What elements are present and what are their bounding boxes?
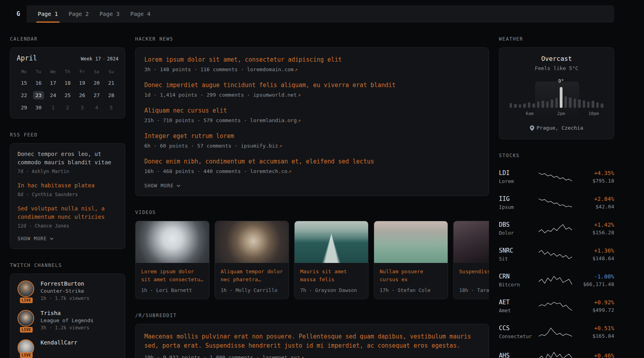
location-pin-icon <box>530 125 534 131</box>
app-logo[interactable]: G <box>10 5 27 23</box>
weather-location: Prague, Czechia <box>506 125 607 131</box>
stock-values: +0.92% $499.72 <box>577 299 614 313</box>
reddit-post-stats: 19h · 9,932 points · 1,090 comments · <box>144 354 262 358</box>
stock-price: $499.72 <box>577 307 614 313</box>
hacker-news-card: Lorem ipsum dolor sit amet, consectetur … <box>135 47 489 196</box>
stock-values: +0.46% <box>577 352 614 358</box>
stock-name: Amet <box>499 307 534 313</box>
subreddit-widget: /R/SUBREDDIT Maecenas mollis pulvinar er… <box>135 313 489 358</box>
stock-row[interactable]: DBS Dolor +1.42% $156.28 <box>499 216 614 241</box>
calendar-day: 17 <box>46 78 60 88</box>
hn-item-title-link[interactable]: Lorem ipsum dolor sit amet, consectetur … <box>144 56 480 64</box>
stock-row[interactable]: IIG Ipsum +2.84% $42.04 <box>499 190 614 216</box>
hn-item: Donec imperdiet augue tincidunt felis al… <box>144 81 480 98</box>
calendar-day: 21 <box>104 78 118 88</box>
video-thumbnail[interactable] <box>454 221 489 263</box>
hn-item-domain-link[interactable]: loremtech.co↗ <box>250 168 291 174</box>
stock-row[interactable]: CCS Consectetur +0.51% $165.84 <box>499 319 614 345</box>
reddit-post-title-link[interactable]: Maecenas mollis pulvinar erat non posuer… <box>144 332 480 351</box>
hn-item-title-link[interactable]: Aliquam nec cursus elit <box>144 107 480 115</box>
avatar-wrap: LIVE <box>17 339 35 356</box>
rss-item-title-link[interactable]: In hac habitasse platea <box>17 181 118 190</box>
twitch-channel-row[interactable]: LIVE Trisha League of Legends 3h · 1.2k … <box>17 310 118 331</box>
video-card[interactable]: Lorem ipsum dolor sit amet consectetu… 1… <box>135 221 209 299</box>
video-card[interactable]: Suspendisse diam 18h · Tara <box>453 221 489 299</box>
hn-item-domain-link[interactable]: ipsumify.biz↗ <box>241 143 282 149</box>
video-thumbnail[interactable] <box>295 221 368 263</box>
weather-hour-bar <box>596 102 599 108</box>
rss-item-title-link[interactable]: Sed volutpat nulla nisl, a condimentum n… <box>17 204 118 221</box>
subreddit-card: Maecenas mollis pulvinar erat non posuer… <box>135 324 489 358</box>
video-card[interactable]: Mauris sit amet massa felis 7h · Grayson… <box>294 221 369 299</box>
video-title-link[interactable]: Suspendisse diam <box>459 268 489 284</box>
stock-id: DBS Dolor <box>499 221 534 236</box>
tab-page-1[interactable]: Page 1 <box>38 5 58 23</box>
stock-row[interactable]: AHS +0.46% <box>499 345 614 358</box>
videos-widget: VIDEOS Lorem ipsum dolor sit amet consec… <box>135 210 489 299</box>
twitch-channel-row[interactable]: LIVE KendallCarr <box>17 339 118 356</box>
hn-item-stats: 3h · 148 points · 116 comments · <box>144 66 247 72</box>
rss-item-meta: 8d · Cynthia Saunders <box>17 192 118 197</box>
rss-show-more-button[interactable]: SHOW MORE <box>17 236 118 241</box>
video-thumbnail[interactable] <box>136 221 209 263</box>
weather-condition: Overcast <box>506 55 607 62</box>
video-body: Nullam posuere cursus ex 17h · Stefan Co… <box>374 263 448 299</box>
calendar-grid: MoTuWeThFrSaSu15161718192021222324252627… <box>17 68 118 113</box>
hn-item-meta: 1d · 1,414 points · 299 comments · ipsum… <box>144 92 480 98</box>
stock-row[interactable]: LDI Lorem +4.35% $795.18 <box>499 164 614 190</box>
stock-price: $165.84 <box>577 333 614 339</box>
calendar-day: 27 <box>89 91 104 100</box>
hn-item-title-link[interactable]: Donec imperdiet augue tincidunt felis al… <box>144 81 480 90</box>
weather-hour-bar <box>564 96 567 108</box>
weather-hour-bar <box>514 104 516 108</box>
hn-item-domain-link[interactable]: ipsumworld.net↗ <box>253 92 301 98</box>
channel-category: League of Legends <box>41 317 93 323</box>
video-title-link[interactable]: Lorem ipsum dolor sit amet consectetu… <box>141 268 204 284</box>
hn-item-stats: 6h · 60 points · 57 comments · <box>144 143 241 149</box>
channel-meta: 1h · 1.7k viewers <box>41 296 89 301</box>
hn-item-domain-link[interactable]: loremdomain.com↗ <box>247 66 297 72</box>
calendar-day: 2 <box>60 103 75 113</box>
video-card[interactable]: Aliquam tempor dolor nec pharetra… 1h · … <box>215 221 289 299</box>
rss-item-title-link[interactable]: Donec tempor eros leo, ut commodo mauris… <box>17 150 118 167</box>
stock-row[interactable]: AET Amet +0.92% $499.72 <box>499 293 614 319</box>
tab-page-2[interactable]: Page 2 <box>69 5 89 23</box>
stock-sparkline <box>539 350 572 358</box>
video-card[interactable]: Nullam posuere cursus ex 17h · Stefan Co… <box>374 221 448 299</box>
external-link-icon: ↗ <box>298 117 301 123</box>
hn-item-title-link[interactable]: Donec enim nibh, condimentum et accumsan… <box>144 158 480 166</box>
hn-item-title-link[interactable]: Integer eget rutrum lorem <box>144 132 480 140</box>
calendar-widget: CALENDAR April Week 17·2024 MoTuWeThFrSa… <box>10 36 125 119</box>
video-title-link[interactable]: Nullam posuere cursus ex <box>380 268 442 284</box>
stock-values: +4.35% $795.18 <box>577 170 614 184</box>
weather-hour-bar <box>532 103 535 108</box>
stock-change: +1.36% <box>577 247 614 254</box>
show-more-label: SHOW MORE <box>17 236 47 241</box>
twitch-channel-row[interactable]: LIVE ForrestBurton Counter-Strike 1h · 1… <box>17 280 118 301</box>
calendar-day: 28 <box>104 91 118 100</box>
section-label: HACKER NEWS <box>135 36 489 42</box>
tab-page-3[interactable]: Page 3 <box>99 5 120 23</box>
video-meta: 1h · Molly Carrillo <box>221 287 283 293</box>
video-title-link[interactable]: Mauris sit amet massa felis <box>300 268 363 284</box>
rss-item: In hac habitasse platea 8d · Cynthia Sau… <box>17 181 118 197</box>
calendar-weekday: Tu <box>31 68 46 76</box>
video-title-link[interactable]: Aliquam tempor dolor nec pharetra… <box>221 268 283 284</box>
stock-price: $66,171.48 <box>577 281 614 287</box>
tab-page-4[interactable]: Page 4 <box>130 5 151 23</box>
stock-symbol: DBS <box>499 221 534 228</box>
time-label: 10pm <box>588 111 599 116</box>
hn-item-domain-link[interactable]: loremlandia.org↗ <box>250 117 301 123</box>
reddit-post-domain-link[interactable]: loremnet.xyz↗ <box>262 354 304 358</box>
hn-show-more-button[interactable]: SHOW MORE <box>144 183 480 189</box>
stock-sparkline <box>539 274 572 286</box>
stock-row[interactable]: SNRC Sit +1.36% $148.64 <box>499 241 614 267</box>
stock-sparkline <box>539 223 572 235</box>
video-thumbnail[interactable] <box>374 221 448 263</box>
weather-hour-bar <box>541 101 544 108</box>
left-column: CALENDAR April Week 17·2024 MoTuWeThFrSa… <box>10 23 125 358</box>
stock-id: AET Amet <box>499 299 534 313</box>
calendar-day: 25 <box>60 91 75 100</box>
video-thumbnail[interactable] <box>215 221 289 263</box>
stock-row[interactable]: CRN Bitcorn -1.00% $66,171.48 <box>499 267 614 293</box>
